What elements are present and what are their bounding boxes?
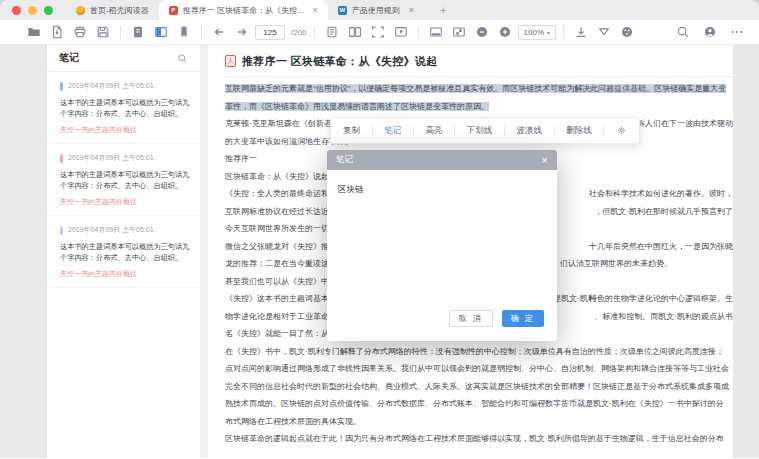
selection-toolbar: 复制笔记高亮下划线波浪线删除线 — [330, 117, 640, 144]
note-content: 这本书的主题词基本可以概括为三句话九个字内容：分布式、去中心、自组织。 — [60, 97, 192, 119]
bottom-panel-button[interactable] — [426, 22, 446, 42]
note-color-marker — [60, 226, 63, 235]
panel-bottom-icon — [429, 25, 443, 39]
thumbnail-view-button[interactable] — [322, 22, 342, 42]
page-total-label: /200 — [291, 28, 307, 37]
forward-arrow-icon — [235, 25, 249, 39]
toolbar-divider — [454, 126, 455, 136]
annotation-action-6[interactable]: 删除线 — [566, 125, 592, 137]
note-header: 2019年04月09日 上午05:01 — [60, 81, 192, 91]
annotation-action-4[interactable]: 下划线 — [467, 125, 493, 137]
gear-icon — [616, 125, 627, 136]
maximize-window-button[interactable] — [44, 6, 53, 15]
search-icon — [177, 53, 188, 64]
note-dialog-header: 笔记 × — [327, 150, 557, 170]
save-button[interactable] — [93, 22, 113, 42]
note-date: 2019年04月09日 上午05:01 — [68, 153, 154, 163]
annotation-action-5[interactable]: 波浪线 — [517, 125, 543, 137]
close-tab-icon[interactable]: × — [409, 5, 414, 15]
fullscreen-button[interactable] — [368, 22, 388, 42]
open-file-button[interactable] — [24, 22, 44, 42]
export-button[interactable] — [47, 22, 67, 42]
note-source-tag: 失控一书的主题内容概括 — [60, 197, 192, 207]
plus-circle-icon — [498, 25, 512, 39]
minimize-window-button[interactable] — [28, 6, 37, 15]
triangle-down-icon — [597, 25, 611, 39]
tab-home[interactable]: 首页-稻壳阅读器 — [66, 0, 159, 20]
fit-screen-icon — [371, 25, 385, 39]
sidebar-search-button[interactable] — [177, 53, 188, 64]
search-icon — [676, 25, 690, 39]
download-icon — [574, 25, 588, 39]
zoom-level-value: 100% — [524, 28, 544, 37]
close-icon[interactable]: × — [542, 155, 548, 166]
cancel-button[interactable]: 取 消 — [449, 310, 493, 327]
tab-product-rules[interactable]: W 产品使用规则 × — [328, 0, 424, 20]
close-window-button[interactable] — [12, 6, 21, 15]
text-line: 区块链革命的逻辑起点就在于此！因为只有分布式网络在工程技术层面能够得以实现，凯文… — [225, 430, 733, 448]
text-line-left: 革性，而《区块链革命》用浅显易懂的语言阐述了区块链是变革性的原因。 — [225, 102, 489, 111]
note-item[interactable]: 2019年04月09日 上午05:01这本书的主题词基本可以概括为三句话九个字内… — [47, 144, 200, 216]
confirm-button[interactable]: 确 定 — [502, 310, 544, 327]
account-button[interactable] — [700, 22, 720, 42]
annotation-action-2[interactable]: 笔记 — [384, 125, 401, 137]
two-page-view-button[interactable] — [151, 22, 171, 42]
page-list-icon — [325, 25, 339, 39]
printer-icon — [73, 25, 87, 39]
page-number-input[interactable] — [255, 25, 285, 40]
theme-button[interactable] — [617, 22, 637, 42]
text-line-left: 推荐序一 — [225, 154, 257, 163]
text-line-left: 完全不同的信息社会时代的新型的社会结构、商业模式、人际关系。这其实就是区块链技术… — [225, 382, 729, 391]
note-source-tag: 失控一书的主题内容概括 — [60, 125, 192, 135]
note-item[interactable]: 2019年04月09日 上午05:01这本书的主题词基本可以概括为三句话九个字内… — [47, 72, 200, 144]
tab-document-active[interactable]: P 推荐序一 区块链革命：从《失控... × — [159, 0, 328, 20]
bookmark-button[interactable] — [174, 22, 194, 42]
text-line-right: 、标准和控制。而凯文·凯利的观点从书 — [594, 308, 733, 326]
annotation-action-1[interactable]: 复制 — [343, 125, 360, 137]
zoom-in-button[interactable] — [495, 22, 515, 42]
note-content: 这本书的主题词基本可以概括为三句话九个字内容：分布式、去中心、自组织。 — [60, 169, 192, 191]
zoom-out-button[interactable] — [472, 22, 492, 42]
toolbar-divider — [603, 126, 604, 136]
sidebar-divider — [200, 45, 208, 458]
more-button[interactable] — [727, 22, 747, 42]
note-dialog-title: 笔记 — [336, 154, 353, 166]
user-avatar-icon — [703, 25, 717, 39]
single-page-view-button[interactable] — [128, 22, 148, 42]
toolbar-divider — [314, 26, 315, 39]
download-button[interactable] — [571, 22, 591, 42]
print-button[interactable] — [70, 22, 90, 42]
fit-width-button[interactable] — [449, 22, 469, 42]
annotation-filter-button[interactable] — [594, 22, 614, 42]
note-item[interactable]: 2019年04月09日 上午05:01这本书的主题词基本可以概括为三句话九个字内… — [47, 216, 200, 288]
save-icon — [96, 25, 110, 39]
reader-logo-icon — [76, 6, 85, 15]
text-line-left: 今天互联网世界所发生的一切： — [225, 224, 337, 233]
zoom-level-select[interactable]: 100% ▾ — [518, 25, 556, 40]
note-input[interactable]: 区块链 — [327, 170, 557, 310]
text-line-right: 特色的生物学进化论的中心逻辑框架。生 — [589, 290, 733, 308]
search-button[interactable] — [673, 22, 693, 42]
toolbar-divider — [504, 126, 505, 136]
tab-bar: 首页-稻壳阅读器 P 推荐序一 区块链革命：从《失控... × W 产品使用规则… — [0, 0, 759, 20]
text-line-right: 十几年后突然在中国红火，一是因为张晓 — [589, 238, 733, 256]
two-page-icon — [154, 25, 168, 39]
pdf-doc-icon: 人 — [225, 55, 236, 67]
forward-button[interactable] — [232, 22, 252, 42]
presentation-button[interactable] — [391, 22, 411, 42]
new-tab-button[interactable]: + — [440, 4, 446, 16]
back-button[interactable] — [209, 22, 229, 42]
pdf-file-icon: P — [169, 6, 178, 15]
text-line-left: 区块链革命：从《失控》说起 — [225, 172, 329, 181]
annotation-action-3[interactable]: 高亮 — [426, 125, 443, 137]
minus-circle-icon — [475, 25, 489, 39]
annotation-settings-button[interactable] — [616, 125, 627, 136]
tab-label: 产品使用规则 — [352, 5, 400, 16]
toolbar-divider — [413, 126, 414, 136]
play-box-icon — [394, 25, 408, 39]
back-arrow-icon — [212, 25, 226, 39]
folder-icon — [27, 25, 41, 39]
facing-pages-button[interactable] — [345, 22, 365, 42]
close-tab-icon[interactable]: × — [313, 5, 318, 15]
window-controls — [12, 6, 53, 15]
